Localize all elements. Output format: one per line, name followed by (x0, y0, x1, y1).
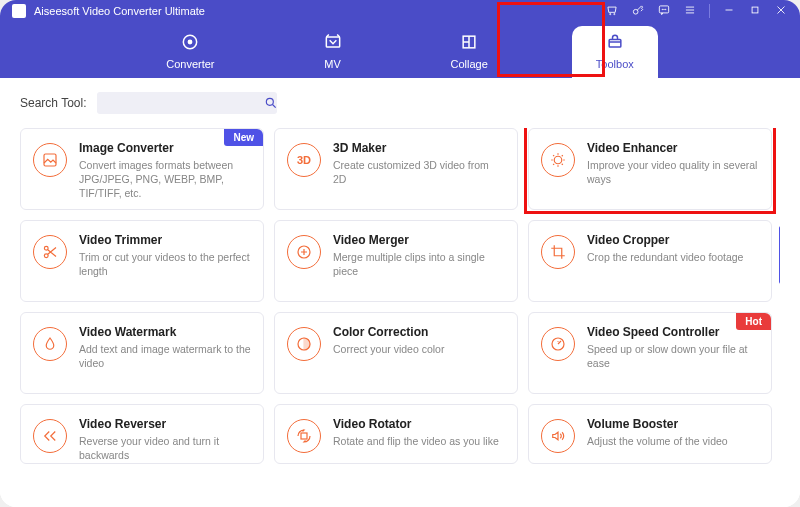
crop-icon (541, 235, 575, 269)
speed-icon (541, 327, 575, 361)
volume-icon (541, 419, 575, 453)
badge-hot: Hot (736, 313, 771, 330)
scissors-icon (33, 235, 67, 269)
maximize-button[interactable] (748, 3, 762, 19)
collage-icon (459, 32, 479, 54)
cart-icon[interactable] (605, 3, 619, 19)
nav-label: Converter (166, 58, 214, 70)
nav-label: Toolbox (596, 58, 634, 70)
key-icon[interactable] (631, 3, 645, 19)
tool-title: Video Speed Controller (587, 325, 759, 339)
tool-title: Video Reverser (79, 417, 251, 431)
tool-title: Color Correction (333, 325, 505, 339)
svg-point-13 (266, 98, 273, 105)
tool-video-reverser[interactable]: Video Reverser Reverse your video and tu… (20, 404, 264, 464)
search-input[interactable] (97, 92, 277, 114)
svg-point-5 (664, 9, 665, 10)
color-icon (287, 327, 321, 361)
tool-title: Video Rotator (333, 417, 505, 431)
tool-desc: Reverse your video and turn it backwards (79, 434, 251, 462)
nav-converter[interactable]: Converter (142, 26, 238, 78)
svg-point-0 (610, 14, 611, 15)
svg-point-6 (665, 9, 666, 10)
nav-label: MV (324, 58, 341, 70)
app-logo-icon (12, 4, 26, 18)
svg-point-17 (44, 254, 48, 258)
app-window: Aiseesoft Video Converter Ultimate Conve… (0, 0, 800, 507)
menu-icon[interactable] (683, 3, 697, 19)
tool-title: Video Cropper (587, 233, 759, 247)
nav-mv[interactable]: MV (299, 26, 367, 78)
badge-new: New (224, 129, 263, 146)
titlebar: Aiseesoft Video Converter Ultimate (0, 0, 800, 22)
minimize-button[interactable] (722, 3, 736, 19)
tool-desc: Speed up or slow down your file at ease (587, 342, 759, 370)
tool-color-correction[interactable]: Color Correction Correct your video colo… (274, 312, 518, 394)
tool-video-watermark[interactable]: Video Watermark Add text and image water… (20, 312, 264, 394)
search-icon[interactable] (259, 92, 283, 114)
tool-desc: Improve your video quality in several wa… (587, 158, 759, 186)
svg-rect-21 (301, 433, 307, 439)
svg-rect-14 (44, 154, 56, 166)
tools-grid-wrap: New Image Converter Convert images forma… (20, 128, 780, 497)
svg-rect-7 (752, 7, 758, 13)
close-button[interactable] (774, 3, 788, 19)
enhancer-icon (541, 143, 575, 177)
tool-video-trimmer[interactable]: Video Trimmer Trim or cut your videos to… (20, 220, 264, 302)
svg-point-16 (44, 246, 48, 250)
tool-desc: Add text and image watermark to the vide… (79, 342, 251, 370)
mv-icon (323, 32, 343, 54)
nav-label: Collage (451, 58, 488, 70)
app-title: Aiseesoft Video Converter Ultimate (34, 5, 205, 17)
rotate-icon (287, 419, 321, 453)
tool-video-merger[interactable]: Video Merger Merge multiple clips into a… (274, 220, 518, 302)
tool-desc: Create customized 3D video from 2D (333, 158, 505, 186)
converter-icon (180, 32, 200, 54)
tool-video-rotator[interactable]: Video Rotator Rotate and flip the video … (274, 404, 518, 464)
svg-point-1 (614, 14, 615, 15)
tool-title: Video Merger (333, 233, 505, 247)
svg-rect-12 (609, 40, 621, 48)
divider (709, 4, 710, 18)
tool-desc: Correct your video color (333, 342, 505, 356)
tool-desc: Merge multiple clips into a single piece (333, 250, 505, 278)
tool-desc: Convert images formats between JPG/JPEG,… (79, 158, 251, 201)
toolbox-icon (605, 32, 625, 54)
svg-point-15 (554, 156, 562, 164)
svg-rect-10 (326, 37, 339, 47)
tool-3d-maker[interactable]: 3D 3D Maker Create customized 3D video f… (274, 128, 518, 210)
tool-desc: Adjust the volume of the video (587, 434, 759, 448)
tool-desc: Trim or cut your videos to the perfect l… (79, 250, 251, 278)
tool-title: Video Trimmer (79, 233, 251, 247)
watermark-icon (33, 327, 67, 361)
content-area: Search Tool: New Image Converter Convert… (0, 78, 800, 507)
tools-grid: New Image Converter Convert images forma… (20, 128, 780, 464)
tool-video-cropper[interactable]: Video Cropper Crop the redundant video f… (528, 220, 772, 302)
merge-icon (287, 235, 321, 269)
tool-title: Volume Booster (587, 417, 759, 431)
tool-image-converter[interactable]: New Image Converter Convert images forma… (20, 128, 264, 210)
tool-volume-booster[interactable]: Volume Booster Adjust the volume of the … (528, 404, 772, 464)
tool-video-speed[interactable]: Hot Video Speed Controller Speed up or s… (528, 312, 772, 394)
tool-title: Video Watermark (79, 325, 251, 339)
reverse-icon (33, 419, 67, 453)
top-nav: Converter MV Collage Toolbox (0, 22, 800, 78)
nav-toolbox[interactable]: Toolbox (572, 26, 658, 78)
tool-title: Video Enhancer (587, 141, 759, 155)
search-label: Search Tool: (20, 96, 87, 110)
nav-collage[interactable]: Collage (427, 26, 512, 78)
svg-point-4 (662, 9, 663, 10)
tool-desc: Rotate and flip the video as you like (333, 434, 505, 448)
titlebar-controls (605, 3, 788, 19)
tool-title: 3D Maker (333, 141, 505, 155)
tool-video-enhancer[interactable]: Video Enhancer Improve your video qualit… (528, 128, 772, 210)
search-bar: Search Tool: (20, 92, 780, 114)
chat-icon[interactable] (657, 3, 671, 19)
tool-desc: Crop the redundant video footage (587, 250, 759, 264)
svg-point-2 (633, 9, 638, 14)
3d-icon: 3D (287, 143, 321, 177)
scrollbar-thumb[interactable] (779, 226, 780, 284)
image-converter-icon (33, 143, 67, 177)
svg-point-9 (189, 40, 192, 43)
